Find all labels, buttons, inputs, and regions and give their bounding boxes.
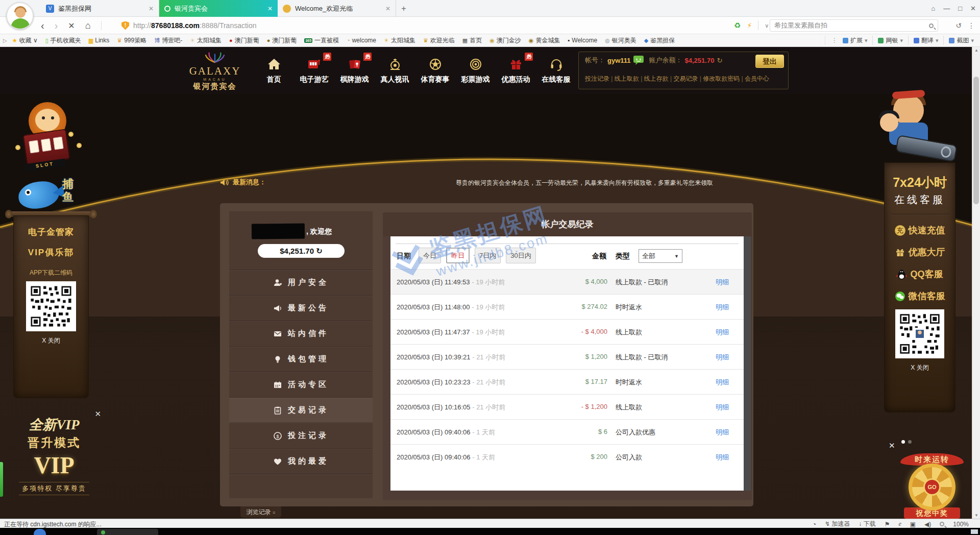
left-banner-item-appqr[interactable]: APP下载二维码 [14, 269, 88, 277]
close-icon[interactable]: ✕ [889, 441, 895, 450]
type-select[interactable]: 全部 ▼ [639, 249, 682, 263]
account-link[interactable]: 线上取款 [615, 75, 644, 82]
browse-history-tab[interactable]: 浏览记录 ≡ [240, 506, 281, 518]
bookmark-item[interactable]: ◉ 黄金城集 [529, 36, 560, 45]
speaker-icon[interactable]: ◀) [924, 521, 931, 528]
bookmark-item[interactable]: ♛ 欢迎光临 [423, 36, 455, 45]
forward-icon[interactable]: › [55, 20, 58, 32]
back-icon[interactable]: ‹ [41, 20, 44, 32]
date-filter-button[interactable]: 昨日 [446, 248, 470, 263]
left-banner-item-egold[interactable]: 电子金管家 [14, 226, 88, 238]
new-tab-button[interactable]: + [396, 0, 411, 17]
window-mode-icon[interactable]: ▣ [910, 521, 916, 528]
menu-item-bets[interactable]: $ 投注记录 [229, 423, 373, 448]
nav-live[interactable]: 真人视讯 [375, 57, 415, 84]
menu-item-activities[interactable]: 活动专区 [229, 372, 373, 397]
menu-item-announcements[interactable]: 最新公告 [229, 295, 373, 321]
dashboard-icon[interactable]: ◔ [813, 521, 816, 528]
row-detail-link[interactable]: 明细 [716, 403, 729, 412]
date-filter-button[interactable]: 30日内 [506, 248, 535, 263]
flag-icon[interactable]: ⚑ [885, 521, 890, 528]
search-input[interactable]: 希拉里发素颜自拍 [770, 19, 938, 32]
left-banner-item-vipclub[interactable]: VIP俱乐部 [14, 247, 88, 258]
site-logo[interactable]: GALAXY MACAU 银河贵宾会 [181, 51, 249, 90]
nav-slots[interactable]: 热 电子游艺 [294, 57, 334, 84]
nav-home[interactable]: 首页 [254, 57, 294, 84]
bookmark-item[interactable]: ▆ Links [89, 37, 109, 44]
bookmark-item[interactable]: ♛ 999策略 [117, 36, 146, 45]
row-detail-link[interactable]: 明细 [716, 303, 729, 312]
left-banner-close[interactable]: X 关闭 [14, 336, 88, 345]
vip-promo[interactable]: ✕ 全新VIP 晋升模式 VIP 多项特权 尽享尊贵 [3, 416, 105, 516]
row-detail-link[interactable]: 明细 [716, 278, 729, 287]
maximize-icon[interactable]: □ [958, 5, 962, 12]
refresh-balance-icon[interactable]: ↻ [717, 57, 722, 64]
date-filter-button[interactable]: 今日 [419, 248, 441, 263]
bookmark-item[interactable]: ★ 收藏 ∨ [12, 36, 38, 45]
menu-item-transactions[interactable]: 交易记录 [229, 397, 373, 423]
search-icon[interactable] [929, 23, 934, 28]
bookmarks-sidebar-toggle-icon[interactable]: ▷ [3, 38, 7, 43]
nav-sports[interactable]: 体育赛事 [415, 57, 455, 84]
right-item-qq[interactable]: QQ客服 [885, 268, 955, 280]
toolbar-translate[interactable]: 翻译▾ [914, 36, 939, 45]
chat-bubble-icon[interactable] [633, 56, 644, 65]
bookmark-item[interactable]: ◔ welcome [347, 37, 376, 44]
bookmark-item[interactable]: ◆ 鉴黑担保 [644, 36, 675, 45]
menu-item-user-safety[interactable]: 用户安全 [229, 270, 373, 295]
bookmark-item[interactable]: ◉ 澳门金沙 [489, 36, 521, 45]
menu-item-favorites[interactable]: 我的最爱 [229, 448, 373, 474]
bookmark-item[interactable]: 博 博壹吧- [154, 36, 182, 45]
url-field[interactable]: http://87680188.com:8888/Transaction [121, 19, 729, 32]
account-link[interactable]: 线上存款 [644, 75, 674, 82]
scrollbar-thumb[interactable] [973, 77, 979, 204]
speed-mode-icon[interactable]: ⚡ [747, 21, 752, 30]
right-item-promohall[interactable]: 优惠大厅 [885, 246, 955, 258]
nav-lottery[interactable]: 彩票游戏 [455, 57, 496, 84]
account-link[interactable]: 交易记录 [673, 75, 703, 82]
tab-welcome[interactable]: Welcome_欢迎光临 ✕ [278, 0, 396, 17]
account-link[interactable]: 修改取款密码 [703, 75, 745, 82]
right-item-wechat[interactable]: 微信客服 [885, 290, 955, 302]
nav-service[interactable]: 在线客服 [536, 57, 576, 84]
ie-icon[interactable]: e [898, 520, 901, 528]
row-detail-link[interactable]: 明细 [716, 378, 729, 387]
pin-window-icon[interactable]: ⌂ [931, 5, 935, 12]
bookmark-item[interactable]: ● 澳门新葡 [229, 36, 259, 45]
tab-galaxy-active[interactable]: 银河贵宾会 ✕ [159, 0, 278, 17]
bookmark-item[interactable]: ▪ Welcome [568, 37, 597, 44]
close-icon[interactable]: ✕ [94, 409, 101, 419]
scroll-up-icon[interactable]: ▲ [972, 48, 980, 53]
bookmark-item[interactable]: ● 澳门新葡 [267, 36, 297, 45]
tab-close-icon[interactable]: ✕ [149, 5, 154, 12]
home-icon[interactable]: ⌂ [85, 20, 91, 31]
menu-item-messages[interactable]: 站内信件 [229, 321, 373, 346]
stop-icon[interactable]: ✕ [68, 21, 75, 31]
bookmark-item[interactable]: ☀ 太阳城集 [190, 36, 222, 45]
account-link[interactable]: 投注记录 [585, 75, 615, 82]
bookmark-item[interactable]: ▦ 首页 [462, 36, 482, 45]
page-scrollbar[interactable]: ▲ ▼ [972, 47, 980, 519]
site-safety-shield-icon[interactable] [121, 21, 129, 30]
nav-promotions[interactable]: 热 优惠活动 [496, 57, 536, 84]
row-detail-link[interactable]: 明细 [716, 353, 729, 362]
side-feedback-tab[interactable] [0, 462, 3, 497]
right-banner-close[interactable]: X 关闭 [885, 363, 955, 372]
tab-close-icon[interactable]: ✕ [385, 5, 390, 12]
tab-jianhei[interactable]: V 鉴黑担保网 ✕ [41, 0, 159, 17]
ad-filter-icon[interactable]: ♻ [734, 21, 741, 30]
member-balance-button[interactable]: $4,251.70 ↻ [258, 244, 345, 258]
accelerator-tool[interactable]: ↯ 加速器 [825, 520, 850, 528]
bookmark-item[interactable]: ▯ 手机收藏夹 [45, 36, 81, 45]
chevron-down-icon[interactable]: ∨ [765, 22, 769, 29]
zoom-icon[interactable] [940, 522, 944, 526]
browser-avatar[interactable] [6, 2, 34, 30]
menu-item-wallet[interactable]: 钱包管理 [229, 346, 373, 372]
toolbar-screenshot[interactable]: 截图▾ [949, 36, 974, 45]
download-tool[interactable]: ↓ 下载 [859, 520, 875, 528]
menu-dots-icon[interactable]: ⋮ [831, 37, 838, 44]
bookmark-item[interactable]: ◍ 银河奥美 [605, 36, 636, 45]
toolbar-ebank[interactable]: 网银▾ [878, 36, 903, 45]
date-filter-button[interactable]: 7日内 [475, 248, 501, 263]
right-item-recharge[interactable]: 充 快速充值 [885, 224, 955, 236]
